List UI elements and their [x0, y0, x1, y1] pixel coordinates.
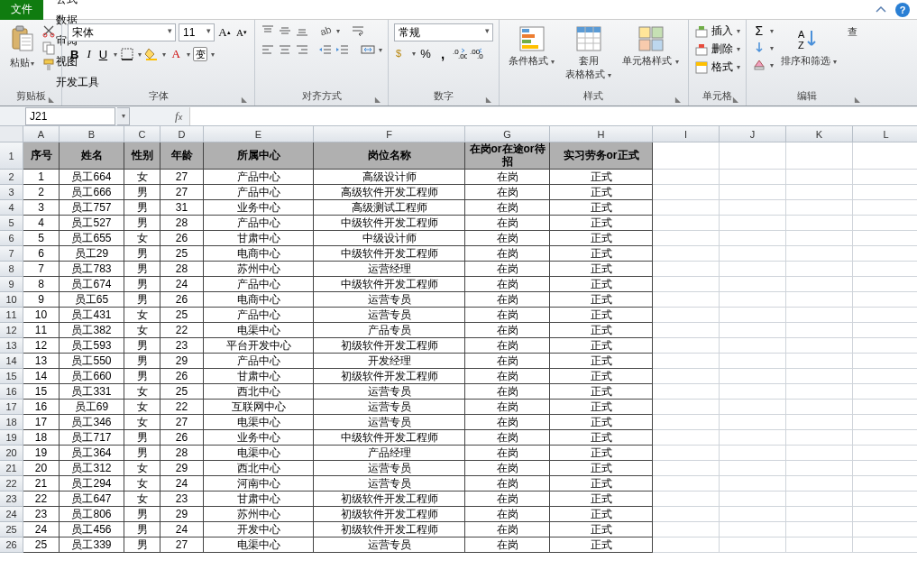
cell-I23[interactable] — [653, 492, 720, 507]
percent-format-icon[interactable]: % — [418, 46, 433, 60]
cell-E23[interactable]: 甘肃中心 — [204, 492, 314, 507]
cell-E15[interactable]: 甘肃中心 — [204, 369, 314, 384]
cell-A26[interactable]: 25 — [23, 537, 60, 553]
cell-H5[interactable]: 正式 — [550, 216, 653, 231]
paste-button[interactable]: 粘贴▾ — [5, 23, 38, 71]
cell-L14[interactable] — [853, 354, 917, 369]
cell-F17[interactable]: 运营专员 — [314, 400, 465, 415]
fill-button[interactable]: ▾ — [752, 41, 774, 55]
cell-D19[interactable]: 26 — [160, 430, 204, 446]
cell-F7[interactable]: 中级软件开发工程师 — [314, 246, 465, 262]
cell-H13[interactable]: 正式 — [550, 338, 653, 354]
row-header-3[interactable]: 3 — [0, 185, 23, 200]
cell-H6[interactable]: 正式 — [550, 231, 653, 246]
cell-D3[interactable]: 27 — [160, 185, 204, 200]
cell-L4[interactable] — [853, 200, 917, 216]
cell-K9[interactable] — [786, 277, 853, 292]
cell-B23[interactable]: 员工647 — [60, 492, 124, 507]
cell-H19[interactable]: 正式 — [550, 430, 653, 446]
cell-B22[interactable]: 员工294 — [60, 476, 124, 492]
cell-G21[interactable]: 在岗 — [465, 461, 550, 476]
cell-H3[interactable]: 正式 — [550, 185, 653, 200]
cell-A1[interactable]: 序号 — [23, 142, 60, 170]
cell-B17[interactable]: 员工69 — [60, 400, 124, 415]
row-header-17[interactable]: 17 — [0, 400, 23, 415]
spreadsheet-grid[interactable]: ABCDEFGHIJKL 123456789101112131415161718… — [0, 126, 917, 588]
cell-G17[interactable]: 在岗 — [465, 400, 550, 415]
cell-J15[interactable] — [720, 369, 786, 384]
cell-F15[interactable]: 初级软件开发工程师 — [314, 369, 465, 384]
cell-F8[interactable]: 运营经理 — [314, 262, 465, 277]
cell-L12[interactable] — [853, 323, 917, 338]
cell-B5[interactable]: 员工527 — [60, 216, 124, 231]
col-header-G[interactable]: G — [465, 126, 550, 142]
cell-K22[interactable] — [786, 476, 853, 492]
cell-G9[interactable]: 在岗 — [465, 277, 550, 292]
cell-C10[interactable]: 男 — [124, 292, 160, 308]
row-header-19[interactable]: 19 — [0, 430, 23, 446]
cell-I26[interactable] — [653, 537, 720, 553]
cell-J18[interactable] — [720, 415, 786, 430]
cell-C13[interactable]: 男 — [124, 338, 160, 354]
cell-I14[interactable] — [653, 354, 720, 369]
cell-I3[interactable] — [653, 185, 720, 200]
row-header-20[interactable]: 20 — [0, 446, 23, 461]
merge-center-icon[interactable] — [361, 42, 375, 57]
cell-C6[interactable]: 女 — [124, 231, 160, 246]
row-header-25[interactable]: 25 — [0, 522, 23, 537]
cell-G5[interactable]: 在岗 — [465, 216, 550, 231]
cell-H2[interactable]: 正式 — [550, 170, 653, 185]
sort-filter-button[interactable]: AZ 排序和筛选 ▾ — [777, 23, 840, 69]
increase-indent-icon[interactable] — [335, 42, 350, 57]
cell-F4[interactable]: 高级测试工程师 — [314, 200, 465, 216]
row-header-15[interactable]: 15 — [0, 369, 23, 384]
orientation-icon[interactable]: ab — [318, 23, 333, 38]
cell-L15[interactable] — [853, 369, 917, 384]
help-icon[interactable]: ? — [895, 3, 910, 17]
cell-A15[interactable]: 14 — [23, 369, 60, 384]
font-size-select[interactable] — [179, 23, 215, 41]
col-header-E[interactable]: E — [204, 126, 314, 142]
cell-G14[interactable]: 在岗 — [465, 354, 550, 369]
cell-H21[interactable]: 正式 — [550, 461, 653, 476]
cell-D11[interactable]: 25 — [160, 308, 204, 323]
cell-B10[interactable]: 员工65 — [60, 292, 124, 308]
cell-L25[interactable] — [853, 522, 917, 537]
cell-K3[interactable] — [786, 185, 853, 200]
cell-I9[interactable] — [653, 277, 720, 292]
cell-F18[interactable]: 运营专员 — [314, 415, 465, 430]
cell-C2[interactable]: 女 — [124, 170, 160, 185]
cell-E26[interactable]: 电渠中心 — [204, 537, 314, 553]
row-header-24[interactable]: 24 — [0, 507, 23, 522]
cell-A20[interactable]: 19 — [23, 446, 60, 461]
cell-E7[interactable]: 电商中心 — [204, 246, 314, 262]
cell-I15[interactable] — [653, 369, 720, 384]
row-header-4[interactable]: 4 — [0, 200, 23, 216]
cell-L8[interactable] — [853, 262, 917, 277]
col-header-I[interactable]: I — [653, 126, 720, 142]
cell-L7[interactable] — [853, 246, 917, 262]
cell-C17[interactable]: 女 — [124, 400, 160, 415]
grow-font-icon[interactable]: A▴ — [217, 25, 232, 40]
tab-公式[interactable]: 公式 — [43, 0, 112, 10]
cell-B3[interactable]: 员工666 — [60, 185, 124, 200]
cell-J26[interactable] — [720, 537, 786, 553]
cell-B16[interactable]: 员工331 — [60, 384, 124, 400]
cell-I16[interactable] — [653, 384, 720, 400]
row-header-2[interactable]: 2 — [0, 170, 23, 185]
cell-B14[interactable]: 员工550 — [60, 354, 124, 369]
font-name-select[interactable] — [68, 23, 176, 41]
cell-F26[interactable]: 运营专员 — [314, 537, 465, 553]
cell-B9[interactable]: 员工674 — [60, 277, 124, 292]
cell-K8[interactable] — [786, 262, 853, 277]
cell-F10[interactable]: 运营专员 — [314, 292, 465, 308]
col-header-B[interactable]: B — [60, 126, 124, 142]
cell-I13[interactable] — [653, 338, 720, 354]
cell-J25[interactable] — [720, 522, 786, 537]
cell-A6[interactable]: 5 — [23, 231, 60, 246]
autosum-button[interactable]: Σ▾ — [752, 23, 774, 38]
cell-I20[interactable] — [653, 446, 720, 461]
cell-B24[interactable]: 员工806 — [60, 507, 124, 522]
cell-D8[interactable]: 28 — [160, 262, 204, 277]
cell-A9[interactable]: 8 — [23, 277, 60, 292]
